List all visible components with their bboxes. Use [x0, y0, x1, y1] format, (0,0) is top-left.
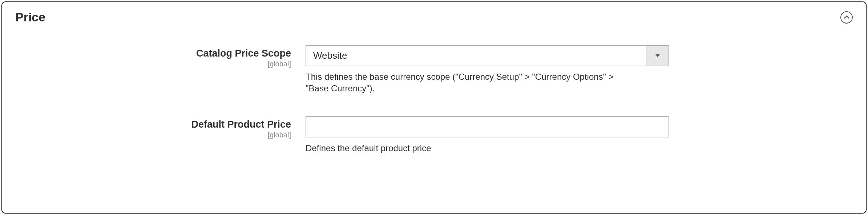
- panel-title: Price: [15, 10, 45, 24]
- catalog-price-scope-select[interactable]: Website: [306, 45, 669, 66]
- field-catalog-price-scope: Catalog Price Scope [global] Website Thi…: [17, 45, 851, 95]
- field-control-col: Defines the default product price: [306, 116, 669, 154]
- field-label-col: Catalog Price Scope [global]: [17, 45, 306, 68]
- triangle-down-icon: [655, 53, 660, 59]
- field-control-col: Website This defines the base currency s…: [306, 45, 669, 95]
- chevron-up-icon: [844, 16, 849, 19]
- catalog-price-scope-label: Catalog Price Scope: [17, 47, 291, 59]
- panel-body: Catalog Price Scope [global] Website Thi…: [2, 31, 866, 176]
- panel-header: Price: [2, 2, 866, 31]
- default-product-price-help: Defines the default product price: [306, 142, 633, 154]
- price-panel: Price Catalog Price Scope [global] Websi…: [1, 1, 867, 214]
- default-product-price-input[interactable]: [306, 116, 669, 137]
- catalog-price-scope-help: This defines the base currency scope ("C…: [306, 71, 633, 95]
- select-arrow: [646, 46, 669, 66]
- default-product-price-label: Default Product Price: [17, 119, 291, 130]
- catalog-price-scope-scope: [global]: [17, 60, 291, 68]
- field-default-product-price: Default Product Price [global] Defines t…: [17, 116, 851, 154]
- field-label-col: Default Product Price [global]: [17, 116, 306, 139]
- default-product-price-scope: [global]: [17, 131, 291, 139]
- catalog-price-scope-value: Website: [306, 46, 646, 66]
- collapse-button[interactable]: [840, 11, 853, 24]
